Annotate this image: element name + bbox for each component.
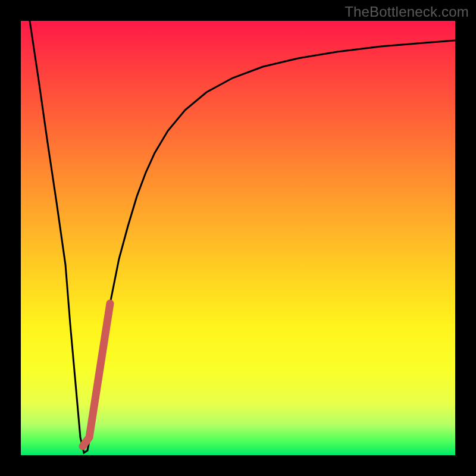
- chart-frame: TheBottleneck.com: [0, 0, 476, 476]
- plot-area: [21, 21, 455, 455]
- watermark-text: TheBottleneck.com: [345, 4, 469, 20]
- highlight-marker: [83, 303, 110, 446]
- curve-layer: [21, 21, 455, 455]
